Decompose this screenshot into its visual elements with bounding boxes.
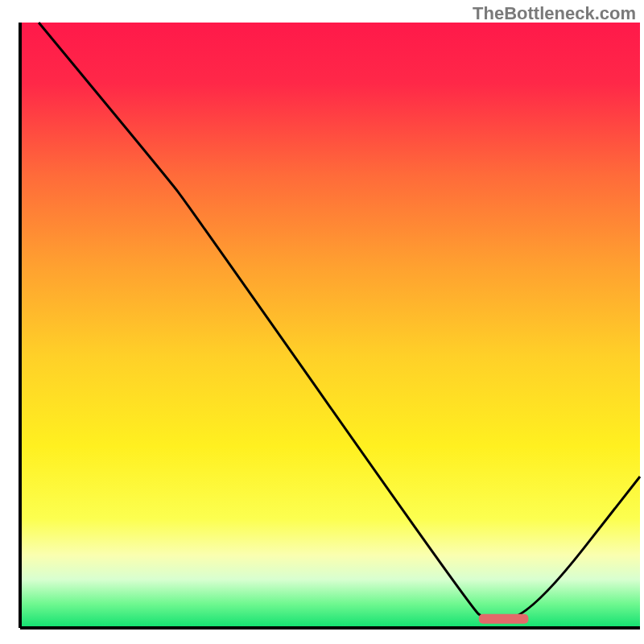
bottleneck-chart (0, 0, 644, 644)
chart-container: TheBottleneck.com (0, 0, 644, 644)
watermark-text: TheBottleneck.com (473, 3, 636, 24)
optimal-marker (479, 614, 529, 624)
